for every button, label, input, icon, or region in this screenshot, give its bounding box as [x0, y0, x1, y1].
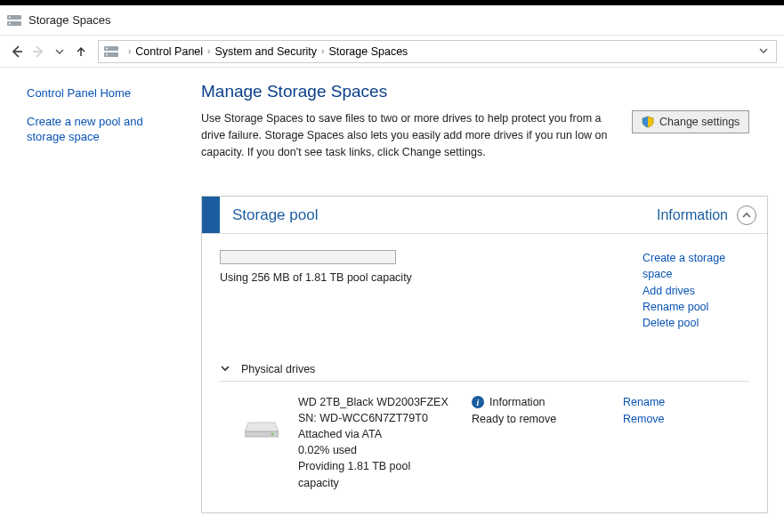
chevron-right-icon[interactable]: › — [207, 46, 210, 56]
nav-back-button[interactable] — [7, 42, 27, 61]
usage-bar — [220, 250, 396, 264]
panel-title: Storage pool — [220, 206, 657, 224]
nav-row: › Control Panel › System and Security › … — [0, 36, 784, 68]
drive-attached: Attached via ATA — [298, 426, 454, 442]
drive-remove-link[interactable]: Remove — [623, 411, 665, 428]
breadcrumb-item[interactable]: Storage Spaces — [328, 45, 408, 58]
intro-text: Use Storage Spaces to save files to two … — [201, 110, 610, 160]
info-icon: i — [472, 396, 484, 408]
drive-info: WD 2TB_Black WD2003FZEX SN: WD-WCC6N7ZT7… — [298, 394, 454, 491]
svg-marker-10 — [245, 423, 279, 431]
drive-status-info: Information — [489, 394, 546, 411]
drive-used: 0.02% used — [298, 442, 454, 458]
usage-text: Using 256 MB of 1.81 TB pool capacity — [220, 271, 412, 284]
sidebar: Control Panel Home Create a new pool and… — [0, 68, 190, 532]
nav-forward-button — [28, 42, 48, 61]
shield-icon — [642, 116, 654, 128]
svg-rect-11 — [245, 431, 279, 437]
panel-accent — [202, 197, 220, 233]
breadcrumb-item[interactable]: Control Panel — [135, 45, 203, 58]
rename-pool-link[interactable]: Rename pool — [643, 299, 749, 315]
chevron-right-icon[interactable]: › — [128, 46, 131, 56]
sidebar-control-panel-home[interactable]: Control Panel Home — [27, 85, 178, 101]
change-settings-label: Change settings — [659, 116, 740, 128]
storage-spaces-icon — [104, 46, 118, 57]
svg-point-2 — [9, 16, 11, 18]
drive-serial: SN: WD-WCC6N7ZT79T0 — [298, 410, 454, 426]
svg-point-9 — [106, 53, 108, 55]
svg-point-8 — [106, 47, 108, 49]
address-bar[interactable]: › Control Panel › System and Security › … — [98, 40, 777, 63]
drive-actions: Rename Remove — [623, 394, 665, 491]
drive-status: i Information Ready to remove — [472, 394, 605, 491]
sidebar-create-pool[interactable]: Create a new pool and storage space — [27, 114, 178, 145]
address-dropdown-icon[interactable] — [756, 45, 771, 58]
drive-row: WD 2TB_Black WD2003FZEX SN: WD-WCC6N7ZT7… — [220, 382, 749, 491]
pool-actions: Create a storage space Add drives Rename… — [643, 250, 749, 331]
physical-drives-label: Physical drives — [241, 363, 315, 375]
nav-up-button[interactable] — [71, 42, 91, 61]
panel-information-link[interactable]: Information — [657, 207, 728, 223]
add-drives-link[interactable]: Add drives — [643, 283, 749, 299]
chevron-down-icon[interactable] — [220, 364, 230, 375]
drive-providing: Providing 1.81 TB pool capacity — [298, 458, 454, 490]
physical-drives-header[interactable]: Physical drives — [220, 363, 749, 382]
drive-rename-link[interactable]: Rename — [623, 394, 665, 411]
chevron-right-icon[interactable]: › — [321, 46, 324, 56]
nav-recent-dropdown[interactable] — [50, 42, 69, 61]
page-title: Manage Storage Spaces — [201, 82, 768, 101]
svg-point-3 — [9, 22, 11, 24]
storage-spaces-icon — [7, 15, 21, 26]
create-storage-space-link[interactable]: Create a storage space — [643, 250, 749, 282]
panel-header: Storage pool Information — [202, 197, 767, 234]
hard-drive-icon — [245, 394, 280, 491]
collapse-button[interactable] — [737, 206, 756, 225]
delete-pool-link[interactable]: Delete pool — [643, 315, 749, 331]
drive-model: WD 2TB_Black WD2003FZEX — [298, 394, 454, 410]
storage-pool-panel: Storage pool Information Using 256 MB of… — [201, 196, 768, 512]
svg-point-12 — [271, 433, 273, 435]
drive-status-ready: Ready to remove — [472, 411, 605, 428]
change-settings-button[interactable]: Change settings — [632, 110, 749, 133]
breadcrumb-item[interactable]: System and Security — [214, 45, 317, 58]
main-content: Manage Storage Spaces Use Storage Spaces… — [190, 68, 784, 532]
title-bar: Storage Spaces — [0, 5, 784, 36]
window-title: Storage Spaces — [28, 13, 111, 27]
